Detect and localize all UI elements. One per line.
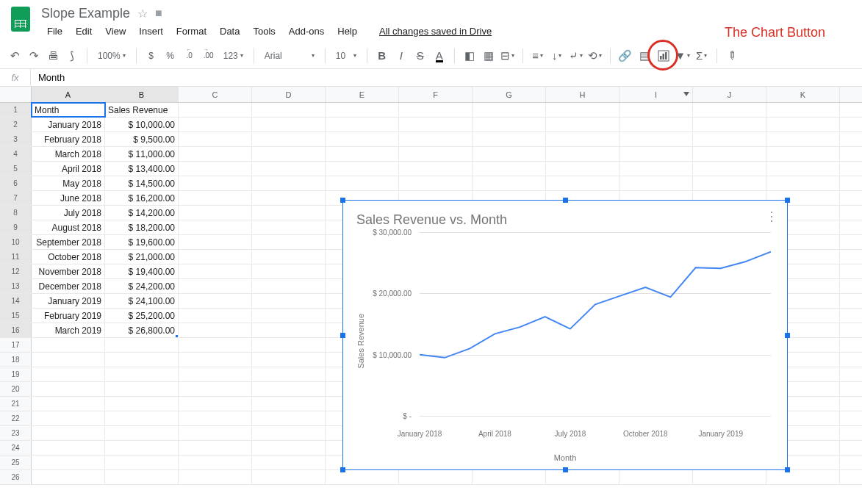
row-header[interactable]: 26 xyxy=(0,470,32,484)
cell[interactable] xyxy=(252,132,326,146)
cell[interactable] xyxy=(252,470,326,484)
cell[interactable]: $ 18,200.00 xyxy=(105,220,179,234)
horizontal-align-button[interactable]: ≡ xyxy=(529,47,547,65)
insert-chart-button[interactable] xyxy=(655,47,672,65)
row-header[interactable]: 18 xyxy=(0,353,32,367)
row-header[interactable]: 22 xyxy=(0,411,32,425)
document-title[interactable]: Slope Example xyxy=(41,6,130,21)
cell[interactable] xyxy=(693,132,766,146)
cell[interactable] xyxy=(473,132,546,146)
menu-format[interactable]: Format xyxy=(170,24,212,39)
row-header[interactable]: 7 xyxy=(0,191,32,205)
cell[interactable] xyxy=(179,309,252,323)
cell[interactable]: Sales Revenue xyxy=(105,103,179,117)
cell[interactable] xyxy=(32,353,105,367)
cell[interactable] xyxy=(252,191,326,205)
cell[interactable] xyxy=(326,162,399,176)
column-header[interactable]: D xyxy=(252,87,326,102)
cell[interactable] xyxy=(105,338,179,352)
resize-handle[interactable] xyxy=(340,333,345,338)
cell[interactable] xyxy=(252,162,326,176)
cell[interactable]: Month xyxy=(32,103,105,117)
borders-button[interactable]: ▦ xyxy=(480,47,498,65)
cell[interactable] xyxy=(32,426,105,440)
cell[interactable] xyxy=(766,470,840,484)
cell[interactable] xyxy=(32,382,105,396)
row-header[interactable]: 6 xyxy=(0,176,32,190)
cell[interactable] xyxy=(473,162,546,176)
cell[interactable] xyxy=(179,470,252,484)
cell[interactable] xyxy=(252,250,326,264)
cell[interactable] xyxy=(179,411,252,425)
cell[interactable] xyxy=(619,118,693,132)
cell[interactable]: November 2018 xyxy=(32,264,105,278)
cell[interactable] xyxy=(252,382,326,396)
insert-comment-button[interactable]: ▤ xyxy=(636,47,653,65)
row-header[interactable]: 23 xyxy=(0,426,32,440)
row-header[interactable]: 20 xyxy=(0,382,32,396)
cell[interactable] xyxy=(179,132,252,146)
cell[interactable] xyxy=(473,176,546,190)
menu-view[interactable]: View xyxy=(99,24,132,39)
cell[interactable] xyxy=(473,470,546,484)
cell[interactable]: September 2018 xyxy=(32,235,105,249)
cell[interactable]: August 2018 xyxy=(32,220,105,234)
row-header[interactable]: 12 xyxy=(0,264,32,278)
row-header[interactable]: 15 xyxy=(0,309,32,323)
functions-button[interactable]: Σ xyxy=(693,47,711,65)
redo-button[interactable]: ↷ xyxy=(25,47,43,65)
cell[interactable]: April 2018 xyxy=(32,162,105,176)
cell[interactable] xyxy=(399,470,473,484)
cell[interactable]: July 2018 xyxy=(32,206,105,220)
row-header[interactable]: 11 xyxy=(0,250,32,264)
cell[interactable] xyxy=(105,456,179,469)
cell[interactable] xyxy=(32,338,105,352)
cell[interactable] xyxy=(179,118,252,132)
row-header[interactable]: 19 xyxy=(0,367,32,381)
cell[interactable] xyxy=(619,103,693,117)
fx-icon[interactable]: fx xyxy=(0,69,31,86)
currency-button[interactable]: $ xyxy=(143,47,160,65)
cell[interactable]: $ 26,800.00 xyxy=(105,323,179,337)
sheets-logo-icon[interactable] xyxy=(6,4,35,34)
cell[interactable] xyxy=(252,264,326,278)
resize-handle[interactable] xyxy=(563,467,568,472)
cell[interactable] xyxy=(546,176,619,190)
bold-button[interactable]: B xyxy=(373,47,391,65)
row-header[interactable]: 3 xyxy=(0,132,32,146)
cell[interactable] xyxy=(252,206,326,220)
cell[interactable] xyxy=(252,220,326,234)
cell[interactable] xyxy=(399,176,473,190)
row-header[interactable]: 1 xyxy=(0,103,32,117)
cell[interactable] xyxy=(252,103,326,117)
cell[interactable] xyxy=(766,132,840,146)
cell[interactable] xyxy=(473,103,546,117)
cell[interactable] xyxy=(179,147,252,161)
cell[interactable] xyxy=(252,338,326,352)
cell[interactable] xyxy=(105,382,179,396)
cell[interactable] xyxy=(619,176,693,190)
cell[interactable] xyxy=(252,411,326,425)
cell[interactable] xyxy=(179,235,252,249)
cell[interactable]: October 2018 xyxy=(32,250,105,264)
cell[interactable] xyxy=(179,426,252,440)
column-header[interactable]: G xyxy=(473,87,546,102)
cell[interactable]: June 2018 xyxy=(32,191,105,205)
cell[interactable] xyxy=(179,382,252,396)
cell[interactable] xyxy=(179,220,252,234)
decrease-decimal-button[interactable]: .0← xyxy=(181,47,198,65)
menu-file[interactable]: File xyxy=(41,24,68,39)
cell[interactable]: $ 14,200.00 xyxy=(105,206,179,220)
cell[interactable] xyxy=(179,456,252,469)
percent-button[interactable]: % xyxy=(162,47,179,65)
cell[interactable] xyxy=(619,162,693,176)
menu-help[interactable]: Help xyxy=(331,24,363,39)
row-header[interactable]: 4 xyxy=(0,147,32,161)
resize-handle[interactable] xyxy=(340,198,345,203)
resize-handle[interactable] xyxy=(785,467,790,472)
fill-color-button[interactable]: ◧ xyxy=(461,47,478,65)
text-wrap-button[interactable]: ⤶ xyxy=(567,47,585,65)
cell[interactable] xyxy=(105,367,179,381)
cell[interactable] xyxy=(105,426,179,440)
cell[interactable] xyxy=(252,235,326,249)
